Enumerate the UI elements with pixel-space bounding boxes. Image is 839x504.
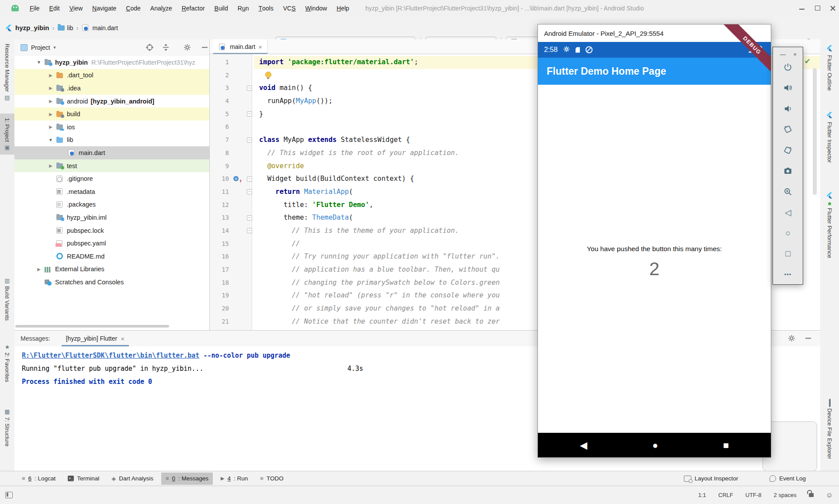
chevron-right-icon[interactable]: ▶: [45, 112, 56, 117]
close-tab-icon[interactable]: ×: [121, 335, 125, 342]
messages-flutter-tab[interactable]: [hyzp_yibin] Flutter ×: [62, 331, 129, 346]
chevron-right-icon[interactable]: ▶: [45, 86, 56, 90]
right-tab-flutter-performance[interactable]: Flutter Performance: [820, 192, 839, 258]
tree-row-readme-md[interactable]: README.md: [14, 250, 209, 263]
screenshot-icon[interactable]: [783, 166, 793, 176]
nav-back-icon[interactable]: ◀: [580, 440, 587, 451]
tree-row--dart-tool[interactable]: ▶.dart_tool: [14, 69, 209, 82]
override-marker-icon[interactable]: o↑: [232, 173, 245, 186]
menu-item-edit[interactable]: Edit: [45, 0, 65, 16]
tree-row-test[interactable]: ▶test: [14, 159, 209, 173]
chevron-right-icon[interactable]: ▶: [45, 73, 56, 78]
toolwindow-button-0-messages[interactable]: ≡0: Messages: [161, 473, 213, 485]
menu-item-vcs[interactable]: VCS: [278, 0, 301, 16]
nav-home-icon[interactable]: ●: [652, 440, 658, 451]
chevron-down-icon[interactable]: ▼: [34, 60, 44, 65]
close-icon[interactable]: [830, 5, 836, 11]
volume-down-icon[interactable]: [783, 104, 793, 114]
overview-icon[interactable]: □: [783, 249, 793, 259]
close-tab-icon[interactable]: ×: [258, 43, 262, 51]
volume-up-icon[interactable]: [783, 83, 793, 93]
toolwindow-button-terminal[interactable]: >_Terminal: [63, 473, 104, 485]
tree-row-external-libraries[interactable]: ▶External Libraries: [14, 263, 209, 276]
fold-marker[interactable]: −: [245, 211, 254, 224]
project-panel-title[interactable]: Project: [31, 44, 50, 51]
status-item-2-spaces[interactable]: 2 spaces: [774, 492, 797, 498]
sidebar-tab-build-variants[interactable]: ▥Build Variants: [0, 278, 14, 321]
chevron-down-icon[interactable]: ▼: [45, 138, 56, 142]
maximize-icon[interactable]: [815, 5, 820, 11]
menu-item-analyze[interactable]: Analyze: [146, 0, 177, 16]
rotate-left-icon[interactable]: [783, 124, 793, 135]
tree-row--idea[interactable]: ▶.idea: [14, 82, 209, 95]
tree-row-build[interactable]: ▶build: [14, 107, 209, 121]
rotate-right-icon[interactable]: [783, 145, 793, 155]
nav-recents-icon[interactable]: ■: [723, 440, 729, 451]
fold-marker[interactable]: −: [245, 173, 254, 186]
sidebar-tab-2-favorites[interactable]: ★2: Favorites: [0, 344, 14, 382]
back-icon[interactable]: ◁: [783, 207, 793, 217]
sidebar-tab-1-project[interactable]: 1: Project▣: [0, 114, 14, 155]
tree-row-ios[interactable]: ▶ios: [14, 121, 209, 134]
home-icon[interactable]: ○: [783, 228, 793, 238]
unlock-icon[interactable]: [809, 493, 814, 497]
tree-row-main-dart[interactable]: main.dart: [14, 146, 209, 159]
intention-bulb-icon[interactable]: [265, 72, 271, 78]
tree-row-lib[interactable]: ▼lib: [14, 134, 209, 147]
tree-row-android[interactable]: ▶android[hyzp_yibin_android]: [14, 95, 209, 108]
right-tab-device-file-explorer[interactable]: Device File Explorer: [820, 400, 839, 459]
status-item-crlf[interactable]: CRLF: [718, 492, 733, 498]
menu-item-tools[interactable]: Tools: [253, 0, 278, 16]
gear-icon[interactable]: [183, 43, 191, 52]
chevron-right-icon[interactable]: ▶: [45, 99, 56, 104]
tree-row-pubspec-yaml[interactable]: pubspec.yaml: [14, 237, 209, 250]
toolwindow-button-dart-analysis[interactable]: ◈Dart Analysis: [107, 473, 158, 485]
collapse-all-icon[interactable]: [162, 43, 170, 52]
hide-panel-icon[interactable]: [804, 334, 812, 342]
menu-item-help[interactable]: Help: [332, 0, 354, 16]
status-item-utf-8[interactable]: UTF-8: [745, 492, 762, 498]
menu-item-file[interactable]: File: [25, 0, 45, 16]
chevron-right-icon[interactable]: ▶: [45, 163, 56, 168]
tree-row--metadata[interactable]: .metadata: [14, 185, 209, 198]
chevron-right-icon[interactable]: ▶: [34, 267, 44, 272]
user-status-icon[interactable]: ☺: [826, 491, 833, 499]
gear-icon[interactable]: [787, 334, 796, 342]
breadcrumb-project[interactable]: hyzp_yibin: [15, 24, 49, 31]
tree-row-hyzp-yibin[interactable]: ▼hyzp_yibinR:\FlutterProject\FlutterProj…: [14, 56, 209, 69]
minimize-icon[interactable]: [799, 5, 805, 11]
fold-marker[interactable]: −: [245, 82, 254, 95]
horizontal-scrollbar[interactable]: [15, 325, 169, 328]
menu-item-code[interactable]: Code: [121, 0, 145, 16]
tree-row--gitignore[interactable]: .gitignore: [14, 172, 209, 185]
toolwindow-button-6-logcat[interactable]: ≡6: Logcat: [17, 473, 60, 485]
menu-item-run[interactable]: Run: [233, 0, 254, 16]
hide-panel-icon[interactable]: [201, 43, 209, 52]
sidebar-tab-resource-manager[interactable]: Resource Manager▤: [0, 44, 14, 100]
tab-main-dart[interactable]: main.dart ×: [213, 39, 268, 54]
tree-row-scratches-and-consoles[interactable]: Scratches and Consoles: [14, 276, 209, 289]
toolwindow-button-event-log[interactable]: Event Log: [765, 473, 810, 485]
tree-row--packages[interactable]: .packages: [14, 198, 209, 211]
tree-row-pubspec-lock[interactable]: pubspec.lock: [14, 224, 209, 237]
menu-item-view[interactable]: View: [65, 0, 87, 16]
menu-item-window[interactable]: Window: [301, 0, 332, 16]
menu-item-refactor[interactable]: Refactor: [177, 0, 210, 16]
inspection-ok-icon[interactable]: ✔: [804, 57, 811, 66]
fold-marker[interactable]: −: [245, 134, 254, 147]
toolwindow-button-4-run[interactable]: ▶4: Run: [216, 473, 252, 485]
toolwindow-button-todo[interactable]: ≡TODO: [256, 473, 288, 485]
tree-row-hyzp-yibin-iml[interactable]: hyzp_yibin.iml: [14, 211, 209, 224]
fold-marker[interactable]: −: [245, 186, 254, 199]
locate-file-icon[interactable]: [146, 43, 154, 52]
zoom-icon[interactable]: [783, 186, 793, 197]
fold-marker[interactable]: −: [245, 108, 254, 121]
right-tab-flutter-inspector[interactable]: Flutter Inspector: [820, 112, 839, 163]
toolwindow-toggle-icon[interactable]: [5, 492, 13, 498]
breadcrumb-folder[interactable]: lib: [58, 24, 73, 31]
status-item-1-1[interactable]: 1:1: [698, 492, 706, 498]
menu-item-navigate[interactable]: Navigate: [87, 0, 121, 16]
sidebar-tab-7-structure[interactable]: ▦7: Structure: [0, 409, 14, 446]
menu-item-build[interactable]: Build: [210, 0, 233, 16]
right-tab-flutter-outline[interactable]: Flutter Outline: [820, 45, 839, 91]
